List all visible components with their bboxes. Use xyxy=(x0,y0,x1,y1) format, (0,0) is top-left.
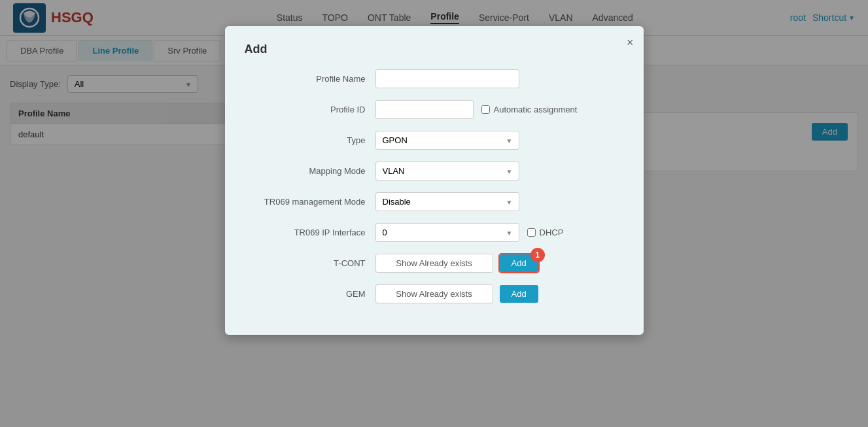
form-row-gem: GEM Show Already exists Add xyxy=(245,284,624,303)
form-row-type: Type GPON xyxy=(245,131,624,150)
form-row-mapping-mode: Mapping Mode VLAN xyxy=(245,162,624,180)
tcont-controls: Show Already exists Add 1 xyxy=(375,254,538,273)
tcont-show-button[interactable]: Show Already exists xyxy=(375,254,493,273)
dhcp-checkbox[interactable] xyxy=(527,228,536,237)
dhcp-checkbox-label[interactable]: DHCP xyxy=(527,228,564,237)
tcont-badge: 1 xyxy=(530,248,545,262)
tr069-ip-select[interactable]: 0 xyxy=(375,223,519,242)
tr069-mgmt-label: TR069 management Mode xyxy=(245,197,375,207)
mapping-mode-select[interactable]: VLAN xyxy=(375,162,519,180)
tr069-ip-label: TR069 IP Interface xyxy=(245,228,375,237)
profile-name-label: Profile Name xyxy=(245,74,375,84)
tcont-label: T-CONT xyxy=(245,258,375,268)
form-row-tr069-mgmt: TR069 management Mode Disable xyxy=(245,192,624,211)
profile-id-label: Profile ID xyxy=(245,105,375,114)
add-modal: Add × Profile Name Profile ID Automatic … xyxy=(225,26,644,335)
gem-label: GEM xyxy=(245,289,375,299)
modal-title: Add xyxy=(245,43,624,56)
automatic-assignment-checkbox[interactable] xyxy=(481,105,490,114)
modal-overlay: Add × Profile Name Profile ID Automatic … xyxy=(0,0,868,427)
type-select[interactable]: GPON xyxy=(375,131,519,150)
type-select-wrapper: GPON xyxy=(375,131,519,150)
form-row-profile-id: Profile ID Automatic assignment xyxy=(245,100,624,119)
profile-name-input[interactable] xyxy=(375,69,519,88)
gem-show-button[interactable]: Show Already exists xyxy=(375,284,493,303)
modal-close-button[interactable]: × xyxy=(627,36,634,50)
mapping-mode-label: Mapping Mode xyxy=(245,166,375,176)
automatic-assignment-label: Automatic assignment xyxy=(494,105,578,114)
tr069-mgmt-select[interactable]: Disable xyxy=(375,192,519,211)
gem-add-button[interactable]: Add xyxy=(500,285,538,303)
automatic-assignment-checkbox-label[interactable]: Automatic assignment xyxy=(481,105,578,114)
dhcp-label: DHCP xyxy=(540,228,564,237)
gem-controls: Show Already exists Add xyxy=(375,284,538,303)
mapping-mode-select-wrapper: VLAN xyxy=(375,162,519,180)
form-row-profile-name: Profile Name xyxy=(245,69,624,88)
profile-id-input[interactable] xyxy=(375,100,474,119)
tr069-ip-select-wrapper: 0 xyxy=(375,223,519,242)
type-label: Type xyxy=(245,135,375,145)
tcont-add-wrapper: Add 1 xyxy=(500,254,538,272)
form-row-tcont: T-CONT Show Already exists Add 1 xyxy=(245,254,624,273)
form-row-tr069-ip: TR069 IP Interface 0 DHCP xyxy=(245,223,624,242)
tr069-mgmt-select-wrapper: Disable xyxy=(375,192,519,211)
